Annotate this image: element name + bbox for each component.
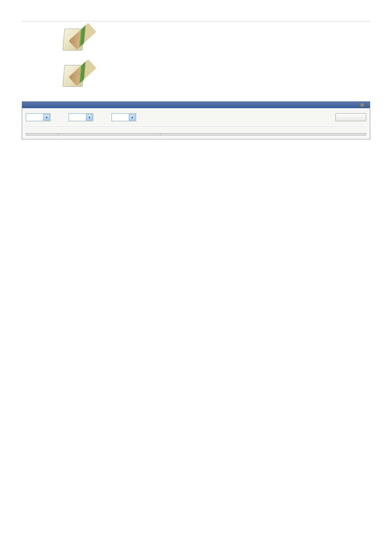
note-block-2 [22, 65, 370, 87]
priority-field: ▾ [111, 112, 136, 121]
col-priority [59, 134, 160, 135]
note-block-1 [22, 29, 370, 50]
settings-divider [26, 126, 366, 127]
apply-button[interactable] [335, 113, 366, 121]
window-body: ▾ ▾ ▾ [22, 108, 370, 139]
col-effective [160, 134, 366, 135]
priority-table [26, 133, 366, 135]
settings-row: ▾ ▾ ▾ [26, 112, 366, 121]
to-port-select[interactable]: ▾ [69, 113, 93, 121]
safeguard-badge [360, 103, 366, 107]
chevron-down-icon: ▾ [86, 114, 93, 121]
chevron-down-icon: ▾ [43, 114, 50, 121]
from-port-select[interactable]: ▾ [26, 113, 50, 121]
priority-select[interactable]: ▾ [111, 113, 136, 121]
header-divider [22, 21, 370, 21]
pencil-note-icon [62, 29, 84, 50]
from-port-field: ▾ [26, 112, 50, 121]
ui-window: ▾ ▾ ▾ [22, 101, 370, 139]
chevron-down-icon: ▾ [129, 114, 135, 121]
to-port-field: ▾ [69, 112, 93, 121]
table-header-row [26, 134, 366, 135]
pencil-note-icon [62, 65, 84, 87]
col-port [26, 134, 59, 135]
safeguard-icon [360, 103, 364, 107]
window-titlebar [22, 102, 370, 108]
